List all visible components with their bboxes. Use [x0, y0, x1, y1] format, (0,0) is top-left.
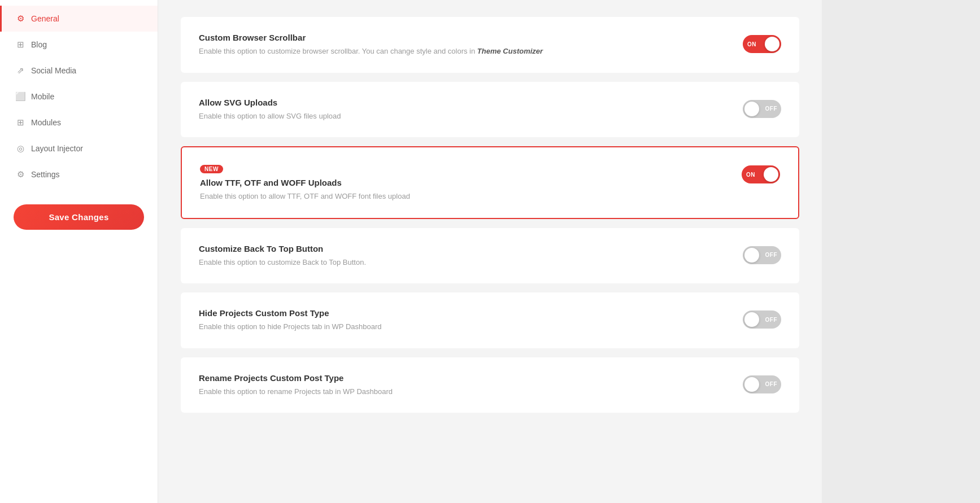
setting-card-allow-ttf-otf-woff: NEWAllow TTF, OTF and WOFF UploadsEnable… — [181, 146, 799, 219]
toggle-label-hide-projects-post-type: OFF — [765, 317, 778, 323]
setting-title-custom-browser-scrollbar: Custom Browser Scrollbar — [199, 33, 731, 42]
sidebar-label-general: General — [31, 14, 59, 23]
setting-desc-rename-projects-post-type: Enable this option to rename Projects ta… — [199, 386, 731, 397]
toggle-allow-svg-uploads[interactable]: OFF — [743, 100, 781, 118]
setting-title-customize-back-to-top: Customize Back To Top Button — [199, 244, 731, 253]
setting-desc-custom-browser-scrollbar: Enable this option to customize browser … — [199, 46, 731, 57]
toggle-label-custom-browser-scrollbar: ON — [747, 41, 756, 47]
setting-card-hide-projects-post-type: Hide Projects Custom Post TypeEnable thi… — [181, 292, 799, 348]
sidebar-item-social-media[interactable]: ⇗Social Media — [0, 58, 158, 84]
toggle-wrap-hide-projects-post-type: OFF — [743, 310, 781, 329]
sidebar-label-blog: Blog — [31, 40, 47, 49]
setting-info-hide-projects-post-type: Hide Projects Custom Post TypeEnable thi… — [199, 308, 731, 333]
social-media-icon: ⇗ — [15, 65, 25, 76]
toggle-track-customize-back-to-top: OFF — [743, 246, 781, 264]
toggle-label-rename-projects-post-type: OFF — [765, 381, 778, 387]
toggle-customize-back-to-top[interactable]: OFF — [743, 246, 781, 264]
settings-icon: ⚙ — [15, 169, 25, 180]
sidebar-item-blog[interactable]: ⊞Blog — [0, 32, 158, 58]
setting-desc-allow-ttf-otf-woff: Enable this option to allow TTF, OTF and… — [200, 191, 730, 202]
setting-desc-hide-projects-post-type: Enable this option to hide Projects tab … — [199, 321, 731, 333]
setting-badge-allow-ttf-otf-woff: NEW — [200, 165, 223, 173]
setting-desc-allow-svg-uploads: Enable this option to allow SVG files up… — [199, 111, 731, 122]
sidebar-label-mobile: Mobile — [31, 92, 54, 101]
toggle-track-allow-ttf-otf-woff: ON — [742, 165, 780, 183]
layout-injector-icon: ◎ — [15, 143, 25, 154]
toggle-wrap-customize-back-to-top: OFF — [743, 246, 781, 264]
sidebar-item-mobile[interactable]: ⬜Mobile — [0, 84, 158, 110]
setting-title-rename-projects-post-type: Rename Projects Custom Post Type — [199, 373, 731, 383]
sidebar-item-layout-injector[interactable]: ◎Layout Injector — [0, 135, 158, 161]
main-content: Custom Browser ScrollbarEnable this opti… — [158, 0, 822, 503]
setting-info-custom-browser-scrollbar: Custom Browser ScrollbarEnable this opti… — [199, 33, 731, 57]
toggle-wrap-allow-ttf-otf-woff: ON — [742, 165, 780, 183]
sidebar-label-modules: Modules — [31, 118, 61, 127]
setting-title-allow-svg-uploads: Allow SVG Uploads — [199, 98, 731, 107]
toggle-custom-browser-scrollbar[interactable]: ON — [743, 35, 781, 53]
toggle-wrap-rename-projects-post-type: OFF — [743, 375, 781, 393]
sidebar-item-general[interactable]: ⚙General — [0, 6, 158, 32]
toggle-track-rename-projects-post-type: OFF — [743, 375, 781, 393]
setting-desc-customize-back-to-top: Enable this option to customize Back to … — [199, 257, 731, 268]
sidebar: ⚙General⊞Blog⇗Social Media⬜Mobile⊞Module… — [0, 0, 158, 503]
sidebar-label-settings: Settings — [31, 170, 60, 179]
toggle-thumb-custom-browser-scrollbar — [765, 37, 779, 51]
toggle-label-customize-back-to-top: OFF — [765, 252, 778, 258]
setting-info-allow-ttf-otf-woff: NEWAllow TTF, OTF and WOFF UploadsEnable… — [200, 163, 730, 202]
general-icon: ⚙ — [15, 14, 25, 24]
toggle-thumb-customize-back-to-top — [744, 248, 759, 263]
toggle-label-allow-ttf-otf-woff: ON — [746, 172, 755, 178]
blog-icon: ⊞ — [15, 40, 25, 50]
setting-info-customize-back-to-top: Customize Back To Top ButtonEnable this … — [199, 244, 731, 268]
right-panel — [822, 0, 980, 503]
setting-info-allow-svg-uploads: Allow SVG UploadsEnable this option to a… — [199, 98, 731, 122]
mobile-icon: ⬜ — [15, 91, 25, 102]
toggle-track-hide-projects-post-type: OFF — [743, 310, 781, 329]
setting-card-allow-svg-uploads: Allow SVG UploadsEnable this option to a… — [181, 82, 799, 138]
toggle-thumb-rename-projects-post-type — [744, 377, 759, 392]
sidebar-item-settings[interactable]: ⚙Settings — [0, 161, 158, 187]
save-changes-button[interactable]: Save Changes — [14, 204, 144, 230]
toggle-hide-projects-post-type[interactable]: OFF — [743, 310, 781, 329]
setting-title-allow-ttf-otf-woff: Allow TTF, OTF and WOFF Uploads — [200, 178, 730, 187]
toggle-wrap-custom-browser-scrollbar: ON — [743, 35, 781, 53]
toggle-thumb-allow-svg-uploads — [744, 102, 759, 116]
toggle-track-allow-svg-uploads: OFF — [743, 100, 781, 118]
toggle-thumb-allow-ttf-otf-woff — [764, 167, 778, 182]
toggle-thumb-hide-projects-post-type — [744, 312, 759, 327]
toggle-label-allow-svg-uploads: OFF — [765, 106, 778, 112]
save-button-wrap: Save Changes — [0, 193, 158, 241]
setting-card-custom-browser-scrollbar: Custom Browser ScrollbarEnable this opti… — [181, 17, 799, 73]
setting-info-rename-projects-post-type: Rename Projects Custom Post TypeEnable t… — [199, 373, 731, 397]
toggle-rename-projects-post-type[interactable]: OFF — [743, 375, 781, 393]
setting-card-rename-projects-post-type: Rename Projects Custom Post TypeEnable t… — [181, 357, 799, 413]
toggle-wrap-allow-svg-uploads: OFF — [743, 100, 781, 118]
sidebar-label-social-media: Social Media — [31, 66, 76, 75]
toggle-track-custom-browser-scrollbar: ON — [743, 35, 781, 53]
modules-icon: ⊞ — [15, 117, 25, 128]
setting-card-customize-back-to-top: Customize Back To Top ButtonEnable this … — [181, 228, 799, 284]
sidebar-label-layout-injector: Layout Injector — [31, 144, 83, 153]
setting-title-hide-projects-post-type: Hide Projects Custom Post Type — [199, 308, 731, 318]
sidebar-item-modules[interactable]: ⊞Modules — [0, 110, 158, 135]
toggle-allow-ttf-otf-woff[interactable]: ON — [742, 165, 780, 183]
